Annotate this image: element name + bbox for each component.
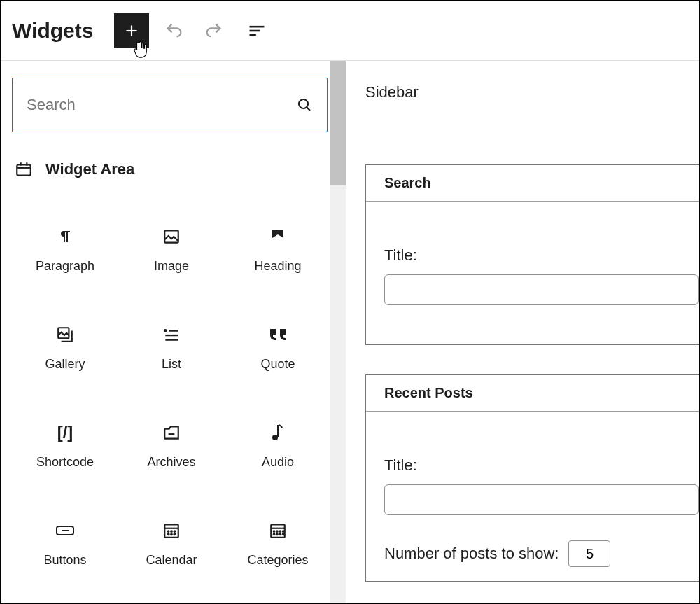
image-icon — [162, 227, 181, 246]
block-gallery[interactable]: Gallery — [12, 299, 118, 397]
svg-point-15 — [272, 435, 278, 440]
svg-point-25 — [171, 533, 172, 535]
svg-point-10 — [164, 330, 167, 332]
widget-area-icon — [15, 160, 33, 178]
svg-point-36 — [283, 533, 284, 535]
widget-card-search: Search Title: — [365, 164, 699, 345]
block-search-field[interactable] — [12, 78, 328, 132]
svg-point-30 — [276, 531, 278, 532]
svg-point-23 — [174, 531, 175, 532]
editor-header: Widgets — [1, 1, 699, 61]
block-grid: Paragraph Image Heading — [12, 201, 328, 593]
widget-card-title[interactable]: Search — [366, 165, 699, 202]
recent-posts-title-input[interactable] — [384, 484, 699, 515]
svg-point-34 — [276, 533, 278, 535]
block-list[interactable]: List — [118, 299, 225, 397]
block-shortcode[interactable]: [/] Shortcode — [12, 397, 118, 495]
widget-card-title[interactable]: Recent Posts — [366, 375, 699, 412]
widget-card-recent-posts: Recent Posts Title: Number of posts to s… — [365, 374, 699, 582]
redo-icon — [204, 21, 223, 41]
plus-icon — [122, 22, 141, 40]
redo-button[interactable] — [200, 17, 227, 45]
block-archives[interactable]: Archives — [118, 397, 225, 495]
block-buttons[interactable]: Buttons — [12, 495, 118, 593]
widget-area-editor: Sidebar Search Title: Recent Posts Title… — [346, 61, 699, 603]
svg-point-21 — [168, 531, 169, 532]
shortcode-icon: [/] — [55, 423, 75, 442]
widget-field-label-title: Title: — [384, 456, 699, 475]
inserter-section-title: Widget Area — [46, 160, 134, 178]
audio-icon — [268, 423, 288, 442]
svg-line-6 — [307, 107, 310, 111]
svg-point-33 — [274, 533, 275, 535]
list-icon — [162, 325, 181, 344]
undo-button[interactable] — [160, 17, 188, 45]
posts-count-label: Number of posts to show: — [384, 545, 559, 563]
search-widget-title-input[interactable] — [384, 274, 699, 305]
block-categories[interactable]: Categories — [225, 495, 331, 593]
svg-point-26 — [174, 533, 175, 535]
search-icon — [296, 97, 313, 113]
svg-point-35 — [279, 533, 281, 535]
calendar-icon — [162, 521, 181, 540]
svg-point-32 — [283, 531, 284, 532]
block-image[interactable]: Image — [118, 201, 225, 299]
block-inserter-panel: Widget Area Paragraph Image — [1, 61, 346, 603]
svg-point-22 — [171, 531, 172, 532]
document-outline-button[interactable] — [243, 17, 271, 45]
add-block-button[interactable] — [114, 13, 149, 48]
quote-icon — [268, 325, 288, 344]
paragraph-icon — [55, 227, 75, 246]
svg-rect-7 — [17, 165, 31, 176]
svg-point-5 — [299, 99, 308, 108]
widget-field-label-title: Title: — [384, 246, 699, 265]
svg-rect-16 — [277, 425, 279, 437]
posts-count-input[interactable] — [568, 540, 610, 567]
archives-icon — [162, 423, 181, 442]
block-calendar[interactable]: Calendar — [118, 495, 225, 593]
gallery-icon — [55, 325, 75, 344]
block-audio[interactable]: Audio — [225, 397, 331, 495]
inserter-scrollbar-thumb[interactable] — [330, 61, 346, 185]
page-title: Widgets — [12, 19, 93, 43]
undo-icon — [164, 21, 184, 41]
widget-area-title: Sidebar — [365, 83, 699, 101]
block-heading[interactable]: Heading — [225, 201, 331, 299]
outline-icon — [247, 21, 267, 41]
categories-icon — [268, 521, 288, 540]
svg-point-29 — [274, 531, 275, 532]
svg-point-31 — [279, 531, 281, 532]
search-input[interactable] — [27, 96, 296, 114]
inserter-section-header: Widget Area — [12, 160, 335, 178]
svg-point-24 — [168, 533, 169, 535]
buttons-icon — [55, 521, 75, 540]
block-quote[interactable]: Quote — [225, 299, 331, 397]
block-paragraph[interactable]: Paragraph — [12, 201, 118, 299]
heading-icon — [268, 227, 288, 246]
